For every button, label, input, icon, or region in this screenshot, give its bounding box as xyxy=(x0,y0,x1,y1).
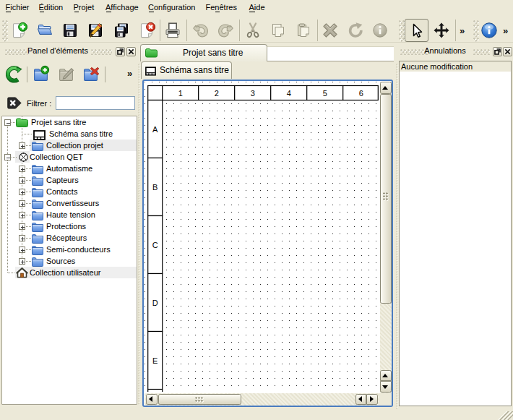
svg-text:1: 1 xyxy=(178,89,183,98)
svg-text:D: D xyxy=(152,299,158,307)
svg-text:B: B xyxy=(152,183,158,192)
svg-text:4: 4 xyxy=(287,89,291,98)
svg-text:2: 2 xyxy=(215,89,219,98)
svg-text:6: 6 xyxy=(359,89,363,98)
svg-text:C: C xyxy=(152,241,158,249)
svg-text:3: 3 xyxy=(251,89,255,98)
svg-text:A: A xyxy=(152,125,158,134)
svg-text:5: 5 xyxy=(323,89,327,98)
svg-text:E: E xyxy=(152,356,158,365)
